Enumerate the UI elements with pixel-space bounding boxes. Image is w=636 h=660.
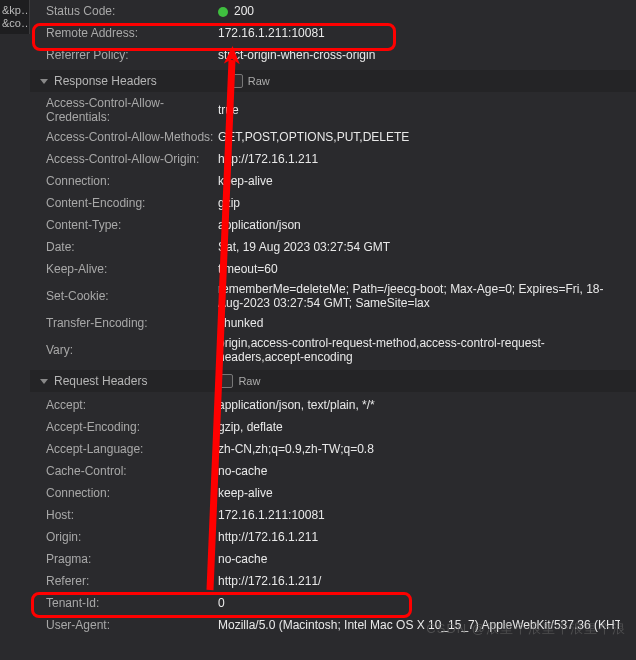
req-value: 0 [218,596,620,610]
status-code-label: Status Code: [46,4,218,18]
response-headers-title: Response Headers [54,74,157,88]
resp-label: Access-Control-Allow-Credentials: [46,96,218,124]
status-code-text: 200 [234,4,254,18]
resp-value: keep-alive [218,174,620,188]
raw-toggle-request[interactable]: Raw [219,374,260,388]
req-label: User-Agent: [46,618,218,632]
req-row: Tenant-Id:0 [30,592,636,614]
status-code-value: 200 [218,4,620,18]
resp-value: origin,access-control-request-method,acc… [218,336,620,364]
req-label: Accept: [46,398,218,412]
checkbox-icon[interactable] [229,74,243,88]
headers-pane: Status Code: 200 Remote Address: 172.16.… [30,0,636,660]
req-row: Host:172.16.1.211:10081 [30,504,636,526]
resp-value: timeout=60 [218,262,620,276]
req-label: Accept-Language: [46,442,218,456]
side-tab[interactable]: &kp…&co… [0,0,30,34]
resp-row: Keep-Alive:timeout=60 [30,258,636,280]
req-label: Tenant-Id: [46,596,218,610]
req-label: Cache-Control: [46,464,218,478]
req-label: Host: [46,508,218,522]
req-row: Pragma:no-cache [30,548,636,570]
resp-label: Connection: [46,174,218,188]
checkbox-icon[interactable] [219,374,233,388]
resp-value: chunked [218,316,620,330]
resp-value: true [218,103,620,117]
resp-label: Set-Cookie: [46,289,218,303]
remote-address-label: Remote Address: [46,26,218,40]
resp-row: Date:Sat, 19 Aug 2023 03:27:54 GMT [30,236,636,258]
resp-row: Vary:origin,access-control-request-metho… [30,334,636,366]
resp-row: Content-Encoding:gzip [30,192,636,214]
req-label: Accept-Encoding: [46,420,218,434]
req-value: no-cache [218,464,620,478]
req-value: gzip, deflate [218,420,620,434]
resp-value: http://172.16.1.211 [218,152,620,166]
resp-row: Access-Control-Allow-Origin:http://172.1… [30,148,636,170]
req-row: Referer:http://172.16.1.211/ [30,570,636,592]
status-dot-icon [218,7,228,17]
request-headers-section[interactable]: Request Headers Raw [30,370,636,392]
resp-value: Sat, 19 Aug 2023 03:27:54 GMT [218,240,620,254]
req-value: no-cache [218,552,620,566]
raw-label: Raw [248,75,270,87]
resp-row: Set-Cookie:rememberMe=deleteMe; Path=/je… [30,280,636,312]
req-value: 172.16.1.211:10081 [218,508,620,522]
resp-label: Vary: [46,343,218,357]
resp-label: Transfer-Encoding: [46,316,218,330]
resp-label: Access-Control-Allow-Methods: [46,130,218,144]
resp-row: Connection:keep-alive [30,170,636,192]
resp-row: Access-Control-Allow-Credentials:true [30,94,636,126]
resp-label: Date: [46,240,218,254]
chevron-down-icon [40,379,48,384]
req-value: keep-alive [218,486,620,500]
resp-label: Content-Encoding: [46,196,218,210]
resp-value: application/json [218,218,620,232]
resp-row: Content-Type:application/json [30,214,636,236]
watermark: CSDN @浪里个浪里个浪里个浪 [426,620,626,638]
resp-row: Access-Control-Allow-Methods:GET,POST,OP… [30,126,636,148]
req-label: Pragma: [46,552,218,566]
raw-label: Raw [238,375,260,387]
req-row: Origin:http://172.16.1.211 [30,526,636,548]
req-value: http://172.16.1.211/ [218,574,620,588]
resp-row: Transfer-Encoding:chunked [30,312,636,334]
req-row: Accept-Language:zh-CN,zh;q=0.9,zh-TW;q=0… [30,438,636,460]
resp-value: rememberMe=deleteMe; Path=/jeecg-boot; M… [218,282,620,310]
resp-label: Content-Type: [46,218,218,232]
referrer-policy-label: Referrer Policy: [46,48,218,62]
req-value: http://172.16.1.211 [218,530,620,544]
resp-value: gzip [218,196,620,210]
req-value: zh-CN,zh;q=0.9,zh-TW;q=0.8 [218,442,620,456]
req-row: Accept:application/json, text/plain, */* [30,394,636,416]
req-label: Origin: [46,530,218,544]
response-headers-section[interactable]: Response Headers Raw [30,70,636,92]
remote-address-value: 172.16.1.211:10081 [218,26,620,40]
raw-toggle-response[interactable]: Raw [229,74,270,88]
chevron-down-icon [40,79,48,84]
req-row: Accept-Encoding:gzip, deflate [30,416,636,438]
general-referrer-row: Referrer Policy: strict-origin-when-cros… [30,44,636,66]
req-row: Connection:keep-alive [30,482,636,504]
general-status-row: Status Code: 200 [30,0,636,22]
resp-label: Keep-Alive: [46,262,218,276]
devtools-panel: &kp…&co… Status Code: 200 Remote Address… [0,0,636,660]
req-row: Cache-Control:no-cache [30,460,636,482]
resp-label: Access-Control-Allow-Origin: [46,152,218,166]
req-value: application/json, text/plain, */* [218,398,620,412]
resp-value: GET,POST,OPTIONS,PUT,DELETE [218,130,620,144]
general-remote-row: Remote Address: 172.16.1.211:10081 [30,22,636,44]
req-label: Connection: [46,486,218,500]
request-headers-title: Request Headers [54,374,147,388]
req-label: Referer: [46,574,218,588]
referrer-policy-value: strict-origin-when-cross-origin [218,48,620,62]
